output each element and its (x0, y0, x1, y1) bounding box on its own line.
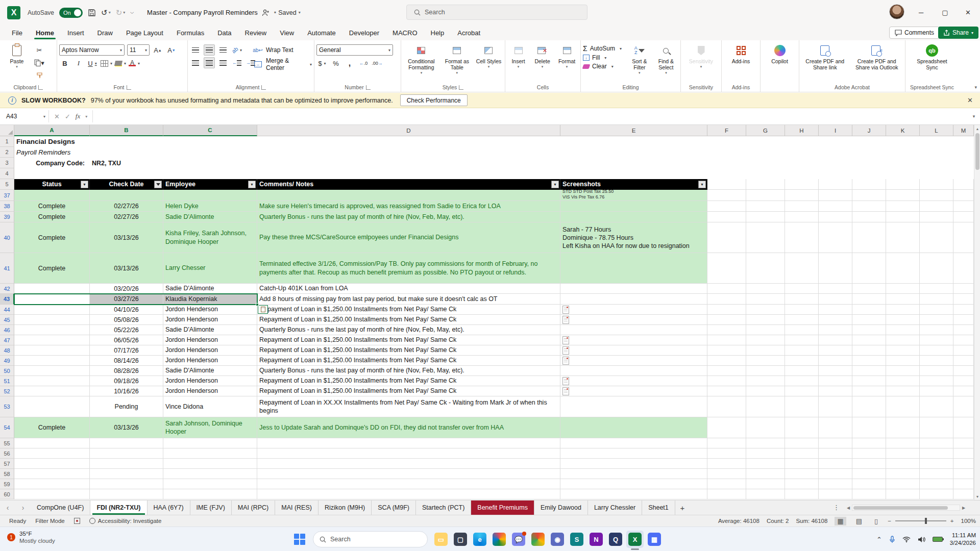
cell-F39[interactable] (707, 212, 746, 222)
cell-B52[interactable]: 10/16/26 (90, 386, 163, 396)
cell-K39[interactable] (886, 212, 920, 222)
cell-I47[interactable] (819, 335, 852, 345)
cell-H45[interactable] (785, 315, 819, 325)
row-header-2[interactable]: 2 (0, 147, 14, 158)
horizontal-scroll-thumb[interactable] (853, 506, 948, 510)
cell-K38[interactable] (886, 201, 920, 212)
edge-taskbar-icon[interactable]: e (471, 531, 488, 548)
cell-B54[interactable]: 03/13/26 (90, 417, 163, 438)
sheet-tab-emily-dawood[interactable]: Emily Dawood (534, 500, 588, 515)
wifi-icon[interactable] (902, 536, 911, 542)
screenshot-thumbnail[interactable] (562, 387, 569, 395)
cell-H53[interactable] (785, 396, 819, 417)
cell-L43[interactable] (920, 294, 953, 305)
cell-L38[interactable] (920, 201, 953, 212)
cell-L47[interactable] (920, 335, 953, 345)
row-header-47[interactable]: 47 (0, 335, 14, 345)
cell-K45[interactable] (886, 315, 920, 325)
cell-M51[interactable] (953, 376, 974, 386)
cell-H54[interactable] (785, 417, 819, 438)
sheet-tab-benefit-premiums[interactable]: Benefit Premiums (471, 500, 534, 515)
saved-status[interactable]: •Saved▾ (274, 9, 301, 16)
cell-H39[interactable] (785, 212, 819, 222)
system-monitor-taskbar-icon[interactable]: ▢ (452, 531, 469, 548)
cell-L54[interactable] (920, 417, 953, 438)
column-header-B[interactable]: B (90, 125, 163, 136)
cell-L60[interactable] (920, 489, 953, 499)
excel-app-icon[interactable] (7, 6, 20, 19)
cell-J58[interactable] (852, 469, 886, 479)
sheet-nav-left-icon[interactable]: ‹ (0, 500, 15, 515)
cell-A55[interactable] (14, 438, 90, 448)
cell-G1[interactable] (746, 136, 785, 147)
cell-C5[interactable]: Employee▼ (163, 179, 257, 190)
cell-B3[interactable]: NR2, TXU (90, 158, 163, 168)
cell-H60[interactable] (785, 489, 819, 499)
cell-B58[interactable] (90, 469, 163, 479)
cell-D38[interactable]: Make sure Helen's timecard is approved, … (257, 201, 560, 212)
cell-L45[interactable] (920, 315, 953, 325)
autosave-toggle[interactable]: On (59, 8, 83, 18)
cell-E50[interactable] (560, 366, 707, 376)
cell-K50[interactable] (886, 366, 920, 376)
cell-H2[interactable] (785, 147, 819, 158)
cell-K51[interactable] (886, 376, 920, 386)
column-header-H[interactable]: H (785, 125, 819, 136)
cell-C52[interactable]: Jordon Henderson (163, 386, 257, 396)
cell-D51[interactable]: Repayment of Loan in $1,250.00 Installme… (257, 376, 560, 386)
cell-C43[interactable]: Klaudia Koperniak (163, 294, 257, 305)
cell-H56[interactable] (785, 448, 819, 459)
screenshot-thumbnail[interactable] (562, 357, 569, 365)
ribbon-tab-macro[interactable]: MACRO (386, 27, 424, 39)
cell-C2[interactable] (163, 147, 257, 158)
cell-F48[interactable] (707, 345, 746, 356)
cell-F42[interactable] (707, 284, 746, 294)
ribbon-tab-help[interactable]: Help (424, 27, 451, 39)
cell-A54[interactable]: Complete (14, 417, 90, 438)
cell-J60[interactable] (852, 489, 886, 499)
cell-M57[interactable] (953, 459, 974, 469)
cell-J54[interactable] (852, 417, 886, 438)
cell-B4[interactable] (90, 168, 163, 179)
sheet-tab-rizikon-m9h-[interactable]: Rizikon (M9H) (318, 500, 372, 515)
cell-E53[interactable] (560, 396, 707, 417)
format-as-table-button[interactable]: Format as Table▾ (442, 42, 473, 75)
cell-G48[interactable] (746, 345, 785, 356)
ribbon-tab-home[interactable]: Home (29, 27, 61, 39)
cell-I48[interactable] (819, 345, 852, 356)
cell-F2[interactable] (707, 147, 746, 158)
cell-F45[interactable] (707, 315, 746, 325)
column-header-K[interactable]: K (886, 125, 920, 136)
decrease-indent-button[interactable]: ← (231, 57, 242, 68)
cell-L46[interactable] (920, 325, 953, 335)
speaker-icon[interactable] (918, 536, 925, 543)
clipboard-dialog-launcher[interactable] (38, 85, 43, 90)
row-header-43[interactable]: 43 (0, 294, 14, 305)
autosum-button[interactable]: ΣAutoSum▾ (583, 44, 625, 53)
customize-qat-button[interactable]: ⌵ (130, 10, 134, 15)
cell-F41[interactable] (707, 253, 746, 284)
ribbon-tab-review[interactable]: Review (238, 27, 274, 39)
fill-button[interactable]: ↓Fill▾ (583, 54, 625, 61)
cell-K1[interactable] (886, 136, 920, 147)
select-all-corner[interactable] (0, 125, 14, 136)
ribbon-tab-data[interactable]: Data (211, 27, 238, 39)
cell-F4[interactable] (707, 168, 746, 179)
cell-J38[interactable] (852, 201, 886, 212)
cell-J44[interactable] (852, 305, 886, 315)
cell-K48[interactable] (886, 345, 920, 356)
cell-D55[interactable] (257, 438, 560, 448)
cell-H42[interactable] (785, 284, 819, 294)
cancel-entry-icon[interactable]: ✕ (54, 113, 60, 120)
cell-L37[interactable] (920, 190, 953, 201)
cell-I38[interactable] (819, 201, 852, 212)
cell-A43-active[interactable] (14, 294, 90, 305)
cell-M37[interactable] (953, 190, 974, 201)
cell-J37[interactable] (852, 190, 886, 201)
cell-F3[interactable] (707, 158, 746, 168)
align-bottom-button[interactable] (217, 44, 229, 56)
cell-D1[interactable] (257, 136, 560, 147)
confirm-entry-icon[interactable]: ✓ (65, 113, 70, 120)
cell-L59[interactable] (920, 479, 953, 489)
cell-J43[interactable] (852, 294, 886, 305)
